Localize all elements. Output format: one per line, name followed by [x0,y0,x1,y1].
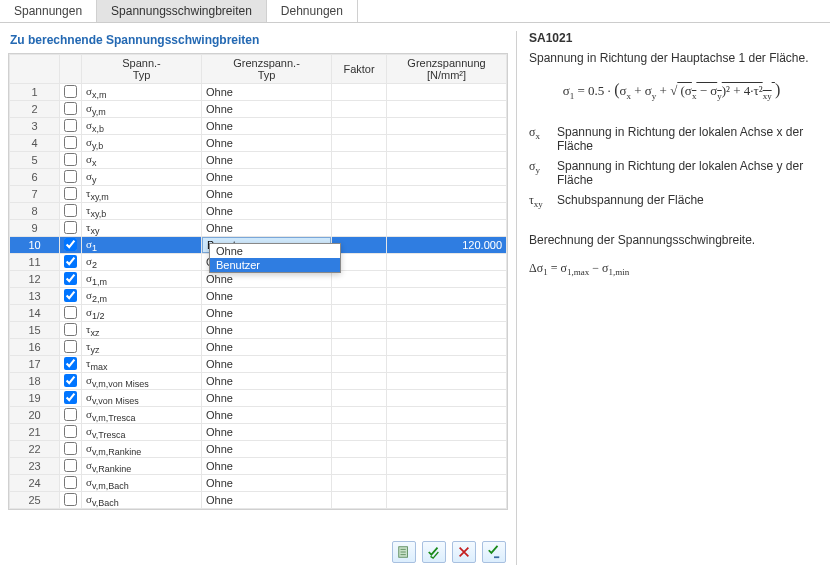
row-checkbox[interactable] [60,84,82,101]
table-row[interactable]: 23σv,RankineOhne [10,458,507,475]
table-row[interactable]: 9τxyOhne [10,220,507,237]
grid-filter-button[interactable] [392,541,416,563]
table-row[interactable]: 19σv,von MisesOhne [10,390,507,407]
grenz-type-cell[interactable]: Ohne [202,288,332,305]
row-checkbox[interactable] [60,288,82,305]
table-row[interactable]: 14σ1/2Ohne [10,305,507,322]
grenz-type-dropdown[interactable]: Ohne Benutzer [209,243,341,273]
span-type-cell[interactable]: τmax [82,356,202,373]
faktor-cell[interactable] [332,101,387,118]
grenzspan-cell[interactable] [387,186,507,203]
row-checkbox[interactable] [60,475,82,492]
faktor-cell[interactable] [332,424,387,441]
row-checkbox[interactable] [60,220,82,237]
faktor-cell[interactable] [332,322,387,339]
grenz-type-cell[interactable]: Ohne [202,492,332,509]
faktor-cell[interactable] [332,288,387,305]
span-type-cell[interactable]: τyz [82,339,202,356]
span-type-cell[interactable]: τxy,b [82,203,202,220]
grenzspan-cell[interactable] [387,135,507,152]
grenzspan-cell[interactable] [387,441,507,458]
grenzspan-cell[interactable] [387,84,507,101]
grenz-type-cell[interactable]: Ohne [202,356,332,373]
faktor-cell[interactable] [332,356,387,373]
grenz-type-cell[interactable]: Ohne [202,373,332,390]
row-checkbox[interactable] [60,169,82,186]
faktor-cell[interactable] [332,203,387,220]
span-type-cell[interactable]: σ1,m [82,271,202,288]
row-checkbox[interactable] [60,407,82,424]
row-checkbox[interactable] [60,390,82,407]
grenz-type-cell[interactable]: Ohne [202,169,332,186]
span-type-cell[interactable]: σx,b [82,118,202,135]
dropdown-option[interactable]: Benutzer [210,258,340,272]
grenz-type-cell[interactable]: Ohne [202,203,332,220]
grenzspan-cell[interactable] [387,220,507,237]
faktor-cell[interactable] [332,220,387,237]
grenzspan-cell[interactable] [387,305,507,322]
faktor-cell[interactable] [332,135,387,152]
span-type-cell[interactable]: σ1/2 [82,305,202,322]
table-row[interactable]: 16τyzOhne [10,339,507,356]
faktor-cell[interactable] [332,84,387,101]
faktor-cell[interactable] [332,305,387,322]
span-type-cell[interactable]: σ2 [82,254,202,271]
row-checkbox[interactable] [60,458,82,475]
grenz-type-cell[interactable]: Ohne [202,407,332,424]
row-checkbox[interactable] [60,322,82,339]
grenzspan-cell[interactable]: 120.000 [387,237,507,254]
apply-button[interactable] [482,541,506,563]
table-row[interactable]: 5σxOhne [10,152,507,169]
grenz-type-cell[interactable]: Ohne [202,220,332,237]
grenz-type-cell[interactable]: Ohne [202,441,332,458]
span-type-cell[interactable]: σy,b [82,135,202,152]
faktor-cell[interactable] [332,390,387,407]
row-checkbox[interactable] [60,271,82,288]
row-checkbox[interactable] [60,339,82,356]
grenz-type-cell[interactable]: Ohne [202,84,332,101]
grenzspan-cell[interactable] [387,475,507,492]
table-row[interactable]: 18σv,m,von MisesOhne [10,373,507,390]
span-type-cell[interactable]: τxy,m [82,186,202,203]
table-row[interactable]: 24σv,m,BachOhne [10,475,507,492]
span-type-cell[interactable]: σv,m,Bach [82,475,202,492]
check-all-button[interactable] [422,541,446,563]
row-checkbox[interactable] [60,254,82,271]
row-checkbox[interactable] [60,441,82,458]
grenz-type-cell[interactable]: Ohne [202,305,332,322]
grenz-type-cell[interactable]: Ohne [202,390,332,407]
faktor-cell[interactable] [332,441,387,458]
span-type-cell[interactable]: σv,m,Tresca [82,407,202,424]
table-row[interactable]: 13σ2,mOhne [10,288,507,305]
row-checkbox[interactable] [60,186,82,203]
grenz-type-cell[interactable]: Ohne [202,135,332,152]
dropdown-option[interactable]: Ohne [210,244,340,258]
grenzspan-cell[interactable] [387,424,507,441]
table-row[interactable]: 6σyOhne [10,169,507,186]
table-row[interactable]: 4σy,bOhne [10,135,507,152]
grenzspan-cell[interactable] [387,203,507,220]
span-type-cell[interactable]: σx,m [82,84,202,101]
grenzspan-cell[interactable] [387,118,507,135]
faktor-cell[interactable] [332,475,387,492]
table-row[interactable]: 20σv,m,TrescaOhne [10,407,507,424]
row-checkbox[interactable] [60,424,82,441]
faktor-cell[interactable] [332,186,387,203]
uncheck-all-button[interactable] [452,541,476,563]
grenzspan-cell[interactable] [387,407,507,424]
span-type-cell[interactable]: σv,Bach [82,492,202,509]
grenz-type-cell[interactable]: Ohne [202,475,332,492]
faktor-cell[interactable] [332,169,387,186]
row-checkbox[interactable] [60,373,82,390]
grenz-type-cell[interactable]: Ohne [202,458,332,475]
table-row[interactable]: 22σv,m,RankineOhne [10,441,507,458]
span-type-cell[interactable]: τxz [82,322,202,339]
row-checkbox[interactable] [60,152,82,169]
grenzspan-cell[interactable] [387,271,507,288]
faktor-cell[interactable] [332,152,387,169]
grenzspan-cell[interactable] [387,254,507,271]
tab-spannungen[interactable]: Spannungen [0,0,97,22]
grenz-type-cell[interactable]: Ohne [202,322,332,339]
grenz-type-cell[interactable]: Ohne [202,118,332,135]
span-type-cell[interactable]: σy,m [82,101,202,118]
